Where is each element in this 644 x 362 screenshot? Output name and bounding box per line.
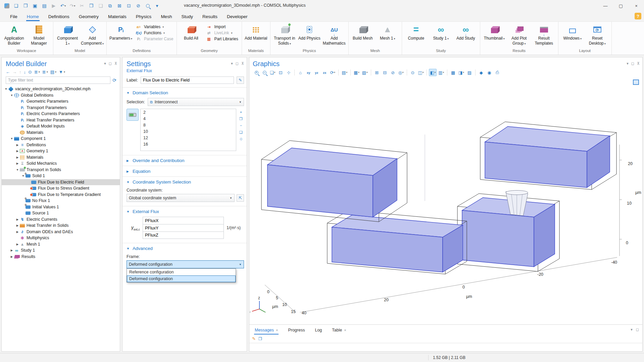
tree-item-default-model-inputs[interactable]: ◈Default Model Inputs — [2, 123, 120, 130]
menu-developer[interactable]: Developer — [223, 12, 252, 21]
domain-list-item[interactable]: 8 — [141, 122, 236, 129]
search-icon[interactable] — [144, 2, 152, 10]
ribbon-add-physics-button[interactable]: Add Physics — [297, 22, 321, 48]
view-yz-icon[interactable]: yz — [313, 69, 320, 76]
show-icon[interactable]: ⊙ — [28, 69, 32, 74]
go-forward-icon[interactable]: → — [12, 69, 17, 74]
float-panel-icon[interactable]: ◻ — [109, 61, 112, 66]
zoom-to-selection-icon[interactable]: ⊹ — [238, 136, 244, 142]
tab-table[interactable]: Table× — [331, 326, 347, 334]
tree-chevron-icon[interactable]: ▶ — [15, 156, 20, 159]
tree-item-domain-odes-and-daes[interactable]: ▶∂Domain ODEs and DAEs — [2, 229, 120, 235]
flux-x-input[interactable] — [143, 217, 224, 224]
tree-chevron-icon[interactable]: ▶ — [15, 224, 20, 227]
ribbon-parameter-case-button[interactable]: PᵢParameter Case — [135, 37, 173, 41]
menu-study[interactable]: Study — [177, 12, 197, 21]
menu-file[interactable]: File — [6, 12, 21, 21]
refresh-icon[interactable]: ⟳ — [112, 77, 116, 83]
frame-option-reference-configuration[interactable]: Reference configuration — [127, 269, 236, 275]
ribbon-add-study-button[interactable]: ∞Add Study — [454, 22, 478, 48]
zoom-out-icon[interactable]: − — [261, 69, 268, 76]
flux-z-input[interactable] — [143, 231, 224, 239]
tree-item-heat-transfer-parameters[interactable]: PᵢHeat Transfer Parameters — [2, 117, 120, 123]
tree-item-study-1[interactable]: ▶∞Study 1 — [2, 247, 120, 254]
zoom-extents-icon[interactable]: ⊡ — [277, 69, 284, 76]
frame-dropdown[interactable]: Deformed configuration ▼ — [127, 260, 244, 268]
copy-icon[interactable]: ❐ — [87, 2, 95, 10]
new-file-icon[interactable]: ❏ — [12, 2, 20, 10]
maximize-button[interactable]: ▢ — [613, 0, 629, 11]
menu-results[interactable]: Results — [198, 12, 221, 21]
ribbon-build-all-button[interactable]: Build All — [179, 22, 203, 48]
ribbon-windows-button[interactable]: Windows▾ — [560, 22, 585, 48]
domain-list-item[interactable]: 2 — [141, 110, 236, 116]
ribbon-result-templates-button[interactable]: Result Templates — [532, 22, 556, 48]
ribbon-add-plot-group-button[interactable]: Add Plot Group▾ — [507, 22, 531, 48]
ribbon-variables-button[interactable]: a=Variables▾ — [135, 24, 173, 29]
go-back-icon[interactable]: ← — [6, 69, 10, 74]
tree-item-materials[interactable]: Materials — [2, 130, 120, 136]
tree-item-heat-transfer-in-solids[interactable]: ▶Heat Transfer in Solids — [2, 222, 120, 229]
domain-selection-header[interactable]: ▼ Domain Selection — [122, 88, 247, 98]
transparency-icon[interactable]: ◫▾ — [417, 69, 425, 76]
advanced-section-header[interactable]: ▼ Advanced — [122, 243, 247, 254]
highlight-selection-icon[interactable]: ⊙ — [409, 69, 416, 76]
rename-button[interactable]: ✎ — [237, 76, 244, 84]
tree-item-flux-due-to-temperature-gradient[interactable]: Flux Due to Temperature Gradient — [2, 192, 120, 198]
ribbon-livelink-button[interactable]: ⇄LiveLink▾ — [205, 31, 238, 35]
3d-scene[interactable]: z y x 20µm100-40-200µm2040151050µm — [249, 77, 642, 324]
ribbon-build-mesh-button[interactable]: Build Mesh — [351, 22, 375, 48]
delete-icon[interactable]: ⊠ — [115, 2, 123, 10]
duplicate-icon[interactable]: ⧉ — [106, 2, 114, 10]
tree-chevron-icon[interactable]: ▶ — [9, 249, 14, 252]
shaded-view-icon[interactable]: ◧▾ — [429, 69, 437, 76]
ribbon-add-mathematics-button[interactable]: ΔUAdd Mathematics — [322, 22, 346, 48]
domain-list[interactable]: 248101216 — [140, 109, 236, 151]
open-file-icon[interactable]: ❒ — [21, 2, 30, 10]
tree-chevron-icon[interactable]: ▶ — [15, 243, 20, 246]
menu-mesh[interactable]: Mesh — [157, 12, 176, 21]
tab-messages[interactable]: Messages× — [254, 326, 279, 334]
zoom-to-selection-icon[interactable]: ⊹ — [285, 69, 292, 76]
plot-settings-icon[interactable]: ▦▾ — [353, 69, 360, 76]
model-tree-node-text-icon[interactable]: ▤▾ — [50, 69, 56, 74]
go-to-default-3d-view-icon[interactable]: ⌂ — [297, 69, 304, 76]
flux-y-input[interactable] — [143, 224, 224, 231]
cut-icon[interactable]: ✂ — [78, 2, 86, 10]
float-panel-icon[interactable]: ◻ — [636, 327, 639, 332]
ribbon-mesh-1-button[interactable]: ▲Mesh 1▾ — [376, 22, 400, 48]
tab-log[interactable]: Log — [314, 326, 323, 334]
go-to-source-button[interactable]: ⇱ — [237, 194, 244, 202]
clear-selection-icon[interactable]: ⊘ — [389, 69, 397, 76]
quick-style-icon[interactable]: ▥▾ — [437, 69, 445, 76]
graphics-context-icon[interactable] — [633, 80, 639, 85]
ribbon-component-1-button[interactable]: Component 1▾ — [55, 22, 80, 48]
zoom-box-icon[interactable]: ❏▾ — [269, 69, 276, 76]
menu-definitions[interactable]: Definitions — [44, 12, 73, 21]
add-to-selection-icon[interactable]: ⊞ — [373, 69, 381, 76]
select-objects-icon[interactable]: ◎▾ — [397, 69, 405, 76]
copy-selection-icon[interactable]: ❐ — [238, 116, 244, 121]
expand-all-icon[interactable]: ≣▾ — [34, 69, 40, 74]
domain-list-item[interactable]: 12 — [141, 135, 236, 142]
copy-messages-icon[interactable]: ❐ — [258, 337, 262, 341]
paste-selection-icon[interactable]: ❏ — [238, 130, 244, 135]
equation-section-header[interactable]: ▶ Equation — [122, 166, 247, 176]
ribbon-import-button[interactable]: ⇥Import — [205, 24, 238, 29]
menu-home[interactable]: Home — [23, 12, 43, 21]
ribbon-part-libraries-button[interactable]: ▥Part Libraries — [205, 37, 238, 41]
clear-messages-icon[interactable]: ✎ — [252, 336, 256, 341]
tree-item-source-1[interactable]: Source 1 — [2, 210, 120, 216]
snapshot-icon[interactable]: ◉ — [486, 69, 493, 76]
tree-item-electric-currents-parameters[interactable]: PᵢElectric Currents Parameters — [2, 111, 120, 117]
selection-dropdown[interactable]: ⧉ Interconnect ▼ — [148, 98, 244, 106]
image-settings-icon[interactable]: ▧▾ — [361, 69, 369, 76]
ribbon-add-component-button[interactable]: Add Component▾ — [80, 22, 104, 48]
tree-chevron-icon[interactable]: ▶ — [15, 143, 20, 147]
save-icon[interactable]: ▣ — [31, 2, 39, 10]
remove-from-selection-icon[interactable]: − — [238, 123, 244, 128]
move-down-icon[interactable]: ↓ — [24, 69, 26, 74]
tree-item-solid-mechanics[interactable]: ▶ΞSolid Mechanics — [2, 160, 120, 167]
tree-chevron-icon[interactable]: ▶ — [15, 230, 20, 234]
tree-chevron-icon[interactable]: ▶ — [15, 149, 20, 153]
